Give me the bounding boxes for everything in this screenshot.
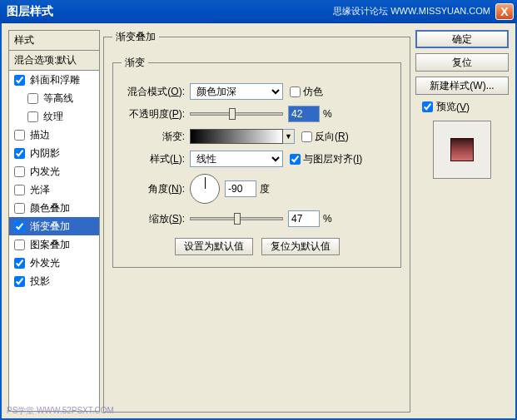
style-row-10[interactable]: 外发光: [9, 254, 99, 272]
opacity-unit: %: [323, 108, 332, 120]
style-label-1: 等高线: [43, 91, 73, 106]
style-label-0: 斜面和浮雕: [30, 73, 80, 87]
style-label-3: 描边: [30, 128, 50, 142]
styles-header[interactable]: 样式: [9, 31, 99, 51]
style-row-2[interactable]: 纹理: [9, 107, 99, 126]
style-checkbox-5[interactable]: [14, 166, 25, 177]
style-checkbox-11[interactable]: [14, 276, 25, 287]
style-checkbox-9[interactable]: [14, 240, 25, 250]
style-row-3[interactable]: 描边: [9, 126, 99, 144]
style-row-5[interactable]: 内发光: [9, 162, 99, 180]
style-select[interactable]: 线性: [190, 151, 283, 167]
footer-watermark: PS学堂 WWW.52PSXT.COM: [7, 405, 114, 417]
dialog-body: 样式 混合选项:默认 斜面和浮雕等高线纹理描边内阴影内发光光泽颜色叠加渐变叠加图…: [0, 23, 517, 420]
style-checkbox-7[interactable]: [14, 203, 25, 214]
style-label-8: 渐变叠加: [30, 220, 70, 234]
style-row: 样式(L): 线性 与图层对齐(I): [122, 150, 392, 168]
scale-slider-thumb[interactable]: [234, 213, 241, 225]
preview-checkbox-input[interactable]: [422, 101, 433, 112]
right-panel: 确定 复位 新建样式(W)... 预览(V): [415, 30, 509, 412]
angle-label: 角度(N):: [122, 182, 190, 196]
title-bar: 图层样式 思缘设计论坛 WWW.MISSYUAN.COM X: [0, 0, 517, 23]
style-row-6[interactable]: 光泽: [9, 180, 99, 199]
scale-input[interactable]: [288, 210, 320, 227]
style-checkbox-10[interactable]: [14, 258, 25, 269]
style-row-11[interactable]: 投影: [9, 272, 99, 290]
opacity-input[interactable]: [288, 106, 320, 122]
gradient-overlay-group: 渐变叠加 渐变 混合模式(O): 颜色加深 仿色: [103, 30, 410, 413]
scale-label: 缩放(S):: [122, 212, 190, 226]
style-label-10: 外发光: [30, 256, 60, 270]
inner-legend: 渐变: [122, 56, 148, 70]
scale-slider[interactable]: [190, 217, 283, 220]
gradient-dropdown-arrow[interactable]: ▼: [283, 129, 295, 144]
style-checkbox-4[interactable]: [14, 148, 25, 159]
blending-options-default[interactable]: 混合选项:默认: [9, 51, 99, 71]
preview-swatch: [450, 138, 474, 161]
style-label-5: 内发光: [30, 165, 60, 179]
styles-list: 斜面和浮雕等高线纹理描边内阴影内发光光泽颜色叠加渐变叠加图案叠加外发光投影: [9, 71, 99, 411]
styles-panel: 样式 混合选项:默认 斜面和浮雕等高线纹理描边内阴影内发光光泽颜色叠加渐变叠加图…: [8, 30, 100, 412]
style-label: 样式(L):: [122, 152, 190, 166]
style-label-6: 光泽: [30, 183, 50, 197]
angle-unit: 度: [260, 182, 270, 196]
angle-dial[interactable]: [190, 174, 220, 204]
style-row-4[interactable]: 内阴影: [9, 144, 99, 162]
gradient-label: 渐变:: [122, 130, 190, 144]
align-checkbox-input[interactable]: [290, 154, 301, 165]
style-row-9[interactable]: 图案叠加: [9, 235, 99, 254]
watermark-text: 思缘设计论坛 WWW.MISSYUAN.COM: [333, 5, 490, 17]
gradient-group: 渐变 混合模式(O): 颜色加深 仿色: [112, 56, 401, 268]
blend-mode-row: 混合模式(O): 颜色加深 仿色: [122, 82, 392, 101]
reverse-checkbox[interactable]: 反向(R): [301, 130, 349, 144]
style-label-4: 内阴影: [30, 146, 60, 161]
style-checkbox-6[interactable]: [14, 185, 25, 195]
style-label-7: 颜色叠加: [30, 201, 70, 215]
style-row-0[interactable]: 斜面和浮雕: [9, 71, 99, 89]
opacity-row: 不透明度(P): %: [122, 105, 392, 123]
set-default-button[interactable]: 设置为默认值: [175, 238, 253, 255]
ok-button[interactable]: 确定: [415, 30, 509, 48]
opacity-slider[interactable]: [190, 112, 283, 116]
style-label-11: 投影: [30, 274, 50, 289]
style-checkbox-0[interactable]: [14, 75, 25, 86]
style-checkbox-8[interactable]: [14, 221, 25, 232]
settings-panel: 渐变叠加 渐变 混合模式(O): 颜色加深 仿色: [103, 30, 410, 412]
outer-legend: 渐变叠加: [112, 30, 159, 44]
reset-button[interactable]: 复位: [415, 53, 509, 72]
window-title: 图层样式: [7, 4, 333, 19]
gradient-preview[interactable]: [190, 129, 283, 144]
close-button[interactable]: X: [495, 3, 514, 20]
style-checkbox-2[interactable]: [27, 111, 38, 122]
style-row-7[interactable]: 颜色叠加: [9, 199, 99, 217]
style-label-2: 纹理: [43, 110, 63, 124]
style-row-1[interactable]: 等高线: [9, 89, 99, 107]
style-row-8[interactable]: 渐变叠加: [9, 217, 99, 235]
style-checkbox-3[interactable]: [14, 130, 25, 141]
blend-mode-label: 混合模式(O):: [122, 85, 190, 99]
reset-default-button[interactable]: 复位为默认值: [261, 238, 340, 255]
preview-checkbox[interactable]: 预览(V): [422, 100, 509, 114]
style-checkbox-1[interactable]: [27, 93, 38, 104]
opacity-slider-thumb[interactable]: [229, 108, 236, 120]
opacity-label: 不透明度(P):: [122, 107, 190, 121]
angle-dial-hand: [205, 177, 206, 189]
angle-row: 角度(N): 度: [122, 172, 392, 205]
dither-checkbox[interactable]: 仿色: [290, 85, 323, 99]
reverse-checkbox-input[interactable]: [301, 131, 312, 142]
dither-checkbox-input[interactable]: [290, 86, 301, 97]
scale-unit: %: [323, 213, 332, 225]
scale-row: 缩放(S): %: [122, 210, 392, 228]
gradient-row: 渐变: ▼ 反向(R): [122, 127, 392, 146]
blend-mode-select[interactable]: 颜色加深: [190, 83, 283, 100]
new-style-button[interactable]: 新建样式(W)...: [415, 77, 509, 95]
preview-thumbnail: [433, 121, 491, 179]
style-label-9: 图案叠加: [30, 238, 70, 252]
align-checkbox[interactable]: 与图层对齐(I): [290, 152, 362, 166]
defaults-row: 设置为默认值 复位为默认值: [122, 238, 392, 255]
angle-input[interactable]: [225, 180, 256, 197]
